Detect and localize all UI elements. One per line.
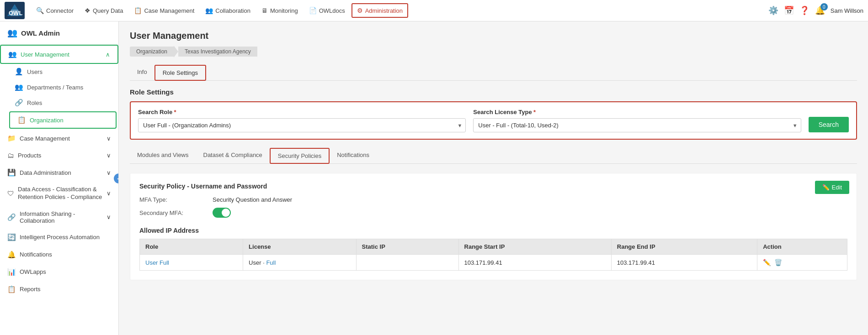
- table-row: User Full User · Full 103.171.99.41 103.…: [140, 255, 847, 271]
- info-sharing-icon: 🔗: [7, 213, 16, 221]
- sidebar-item-organization[interactable]: 📋 Organization: [9, 111, 117, 129]
- sidebar: ◀ 👥 OWL Admin 👥 User Management ∧ 👤 User…: [0, 21, 119, 335]
- sidebar-item-reports[interactable]: 📋 Reports: [0, 281, 118, 298]
- search-role-required: *: [174, 109, 176, 115]
- breadcrumb-agency[interactable]: Texas Investigation Agency: [178, 47, 257, 57]
- logo[interactable]: OWL: [5, 2, 25, 19]
- calendar-icon[interactable]: 📅: [784, 5, 794, 16]
- breadcrumb: Organization Texas Investigation Agency: [130, 46, 857, 58]
- collaboration-icon: 👥: [205, 7, 213, 14]
- sidebar-item-ipa[interactable]: 🔄 Intelligent Process Automation: [0, 229, 118, 246]
- ip-table: Role License Static IP Range Start IP Ra…: [139, 239, 847, 271]
- sidebar-item-owlapps[interactable]: 📊 OWLapps: [0, 263, 118, 281]
- search-row: Search Role * User Full - (Organization …: [138, 109, 849, 132]
- table-header-row: Role License Static IP Range Start IP Ra…: [140, 239, 847, 255]
- search-role-select[interactable]: User Full - (Organization Admins) Admin …: [138, 118, 466, 132]
- col-range-end: Range End IP: [611, 239, 757, 255]
- row-delete-icon[interactable]: 🗑️: [774, 259, 782, 266]
- user-mgmt-icon: 👥: [8, 50, 17, 58]
- reports-icon: 📋: [7, 285, 16, 293]
- mfa-type-row: MFA Type: Security Question and Answer: [139, 196, 847, 203]
- security-policy-title: Security Policy - Username and Password: [139, 183, 847, 190]
- action-icons: ✏️ 🗑️: [763, 259, 841, 266]
- ipa-icon: 🔄: [7, 233, 16, 241]
- sidebar-item-info-sharing[interactable]: 🔗 Information Sharing - Collaboration ∨: [0, 206, 118, 229]
- ip-section: Allowed IP Address Role License Static I…: [139, 227, 847, 271]
- settings-icon[interactable]: ⚙️: [768, 5, 778, 16]
- info-sharing-chevron: ∨: [107, 214, 111, 220]
- mfa-type-label: MFA Type:: [139, 196, 213, 203]
- nav-items: 🔍 Connector ❖ Query Data 📋 Case Manageme…: [32, 3, 768, 18]
- row-range-end: 103.171.99.41: [611, 255, 757, 271]
- nav-monitoring[interactable]: 🖥 Monitoring: [257, 4, 303, 17]
- sub-tab-notifications[interactable]: Notifications: [330, 148, 377, 163]
- col-action: Action: [757, 239, 847, 255]
- search-button[interactable]: Search: [809, 117, 849, 132]
- search-license-select-wrapper: User - Full - (Total-10, Used-2) Read - …: [473, 118, 801, 132]
- sidebar-item-products[interactable]: 🗂 Products ∨: [0, 147, 118, 164]
- col-license: License: [243, 239, 356, 255]
- sub-tab-modules[interactable]: Modules and Views: [130, 148, 196, 163]
- sidebar-item-departments[interactable]: 👥 Departments / Teams: [7, 79, 118, 95]
- role-settings-heading: Role Settings: [130, 88, 857, 96]
- top-nav: OWL 🔍 Connector ❖ Query Data 📋 Case Mana…: [0, 0, 868, 21]
- nav-query-data[interactable]: ❖ Query Data: [80, 4, 128, 17]
- search-license-required: *: [533, 109, 536, 115]
- nav-administration[interactable]: ⚙ Administration: [351, 3, 408, 18]
- license-link[interactable]: Full: [266, 259, 276, 266]
- nav-collaboration[interactable]: 👥 Collaboration: [201, 4, 255, 17]
- help-icon[interactable]: ❓: [799, 5, 809, 16]
- row-static-ip: [356, 255, 458, 271]
- sidebar-item-data-admin[interactable]: 💾 Data Administration ∨: [0, 164, 118, 181]
- sidebar-item-roles[interactable]: 🔗 Roles: [7, 95, 118, 110]
- col-range-start: Range Start IP: [458, 239, 611, 255]
- sidebar-item-data-access[interactable]: 🛡 Data Access - Classification & Retenti…: [0, 181, 118, 206]
- nav-right: ⚙️ 📅 ❓ 🔔 0 Sam Willson: [768, 5, 863, 16]
- data-admin-chevron: ∨: [107, 169, 111, 176]
- tab-role-settings[interactable]: Role Settings: [154, 65, 206, 81]
- col-role: Role: [140, 239, 243, 255]
- sub-tab-dataset[interactable]: Dataset & Compliance: [196, 148, 270, 163]
- sidebar-item-case-management[interactable]: 📁 Case Management ∨: [0, 130, 118, 147]
- role-link[interactable]: User Full: [145, 259, 169, 266]
- sidebar-item-user-management[interactable]: 👥 User Management ∧: [0, 45, 118, 64]
- sidebar-item-users[interactable]: 👤 Users: [7, 64, 118, 79]
- case-mgmt-chevron: ∨: [107, 135, 111, 142]
- sidebar-item-notifications[interactable]: 🔔 Notifications: [0, 246, 118, 263]
- users-icon: 👤: [15, 68, 23, 76]
- administration-icon: ⚙: [357, 7, 363, 14]
- data-access-icon: 🛡: [7, 189, 14, 197]
- notification-icon[interactable]: 🔔 0: [815, 5, 825, 16]
- col-static-ip: Static IP: [356, 239, 458, 255]
- connector-icon: 🔍: [36, 7, 44, 14]
- owl-admin-icon: 👥: [7, 28, 17, 38]
- row-license: User · Full: [243, 255, 356, 271]
- edit-pencil-icon: ✏️: [822, 184, 830, 191]
- notification-badge: 0: [820, 3, 828, 10]
- data-admin-icon: 💾: [7, 168, 16, 177]
- query-data-icon: ❖: [85, 7, 91, 14]
- nav-connector[interactable]: 🔍 Connector: [32, 4, 78, 17]
- search-license-label: Search License Type *: [473, 109, 801, 115]
- nav-owldocs[interactable]: 📄 OWLdocs: [304, 4, 350, 17]
- breadcrumb-arrow: [174, 46, 178, 58]
- tab-info[interactable]: Info: [130, 65, 154, 80]
- search-license-select[interactable]: User - Full - (Total-10, Used-2) Read - …: [473, 118, 801, 132]
- secondary-mfa-label: Secondary MFA:: [139, 209, 213, 216]
- products-chevron: ∨: [107, 152, 111, 159]
- notifications-icon: 🔔: [7, 251, 16, 259]
- row-edit-icon[interactable]: ✏️: [763, 259, 771, 266]
- page-title: User Management: [130, 31, 857, 41]
- breadcrumb-organization[interactable]: Organization: [130, 47, 174, 57]
- edit-button[interactable]: ✏️ Edit: [815, 181, 849, 194]
- sub-tab-security-policies[interactable]: Security Policies: [270, 148, 330, 164]
- nav-case-management[interactable]: 📋 Case Management: [129, 4, 199, 17]
- user-name[interactable]: Sam Willson: [831, 7, 863, 14]
- sidebar-sub-users: 👤 Users 👥 Departments / Teams 🔗 Roles 📋 …: [0, 64, 118, 129]
- sidebar-header: 👥 OWL Admin: [0, 21, 118, 45]
- search-role-label: Search Role *: [138, 109, 466, 115]
- secondary-mfa-row: Secondary MFA:: [139, 208, 847, 218]
- logo-image: OWL: [5, 2, 25, 19]
- secondary-mfa-toggle[interactable]: [213, 208, 231, 218]
- departments-icon: 👥: [15, 83, 23, 91]
